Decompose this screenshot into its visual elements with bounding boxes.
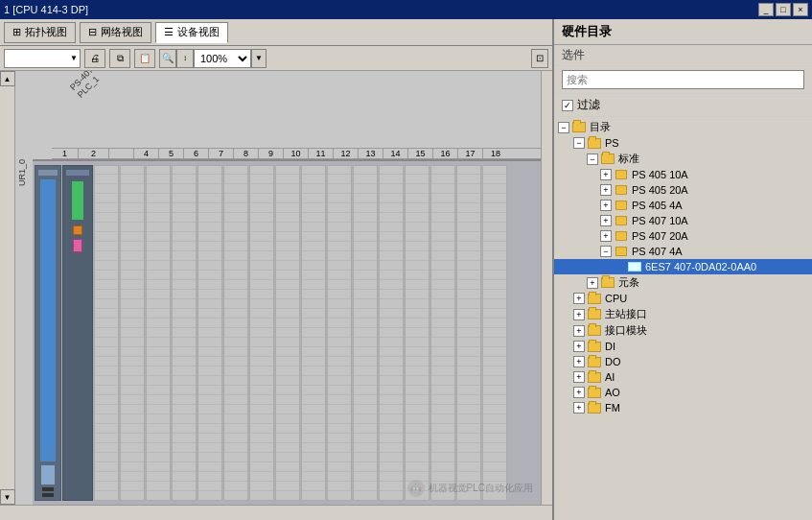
ur-label: UR1_0 (17, 159, 27, 186)
slot-16-empty[interactable] (430, 165, 455, 501)
slot-num-17: 17 (458, 149, 483, 158)
tree-item-cpu[interactable]: + CPU (554, 291, 812, 306)
interface-module-label: 接口模块 (605, 323, 647, 338)
tree-item-interface-module[interactable]: + 接口模块 (554, 322, 812, 339)
slot-8-empty[interactable] (223, 165, 248, 501)
ps407-20a-label: PS 407 20A (632, 230, 688, 242)
rack-background (33, 159, 541, 505)
catalog-toggle[interactable]: − (558, 122, 569, 133)
slot-10-empty[interactable] (275, 165, 300, 501)
minimize-button[interactable]: _ (758, 3, 774, 16)
scroll-down-btn[interactable]: ▼ (0, 489, 15, 505)
ps-connector2 (42, 493, 54, 497)
ps405-4a-toggle[interactable]: + (600, 200, 612, 211)
zoom-select[interactable]: 100% 75% 150% (194, 49, 251, 68)
tree-item-ps407-20a[interactable]: + PS 407 20A (554, 228, 812, 244)
slot-13-empty[interactable] (353, 165, 378, 501)
slot-7-empty[interactable] (197, 165, 222, 501)
tab-topology[interactable]: ⊞ 拓扑视图 (4, 22, 76, 43)
cpu-toggle[interactable]: + (573, 293, 585, 304)
tab-network[interactable]: ⊟ 网络视图 (80, 22, 151, 43)
tree-item-ai[interactable]: + AI (554, 369, 812, 385)
print-button[interactable]: 🖨 (84, 49, 105, 68)
scroll-up-btn[interactable]: ▲ (0, 71, 15, 86)
6es7-label: 6ES7 407-0DA02-0AA0 (645, 261, 756, 272)
tab-device[interactable]: ☰ 设备视图 (155, 22, 228, 43)
left-scrollbar[interactable]: ▲ ▼ (0, 71, 15, 505)
tree-item-ps405-20a[interactable]: + PS 405 20A (554, 182, 812, 198)
ai-folder-icon (587, 370, 602, 384)
ai-toggle[interactable]: + (573, 371, 585, 383)
tree-item-do[interactable]: + DO (554, 354, 812, 369)
ps407-10a-icon (614, 214, 629, 227)
maximize-button[interactable]: □ (776, 3, 791, 16)
hardware-catalog-panel: 硬件目录 选件 ✓ 过滤 − 目录 − (553, 19, 812, 520)
tree-item-ps[interactable]: − PS (554, 135, 812, 151)
ps405-4a-icon (614, 199, 629, 212)
slot-17-empty[interactable] (456, 165, 481, 501)
paste-button[interactable]: 📋 (134, 49, 155, 68)
ao-toggle[interactable]: + (573, 387, 585, 398)
ps405-20a-label: PS 405 20A (632, 184, 688, 196)
fit-button[interactable]: ⊡ (531, 49, 548, 68)
close-button[interactable]: × (793, 3, 808, 16)
tree-item-standard[interactable]: − 标准 (554, 151, 812, 167)
slot-15-empty[interactable] (405, 165, 429, 501)
tree-item-ps405-10a[interactable]: + PS 405 10A (554, 167, 812, 182)
master-interface-toggle[interactable]: + (573, 309, 585, 320)
tree-item-yuantiao[interactable]: + 元条 (554, 274, 812, 291)
tree-item-ps407-10a[interactable]: + PS 407 10A (554, 213, 812, 228)
zoom-out-button[interactable]: 🔍 (159, 49, 176, 68)
catalog-folder-icon (571, 121, 587, 134)
slot-12-empty[interactable] (327, 165, 352, 501)
tree-root-catalog[interactable]: − 目录 (554, 119, 812, 135)
search-input[interactable] (562, 70, 804, 89)
slot-3-empty[interactable] (94, 165, 119, 501)
zoom-in-button[interactable]: ↕ (176, 49, 194, 68)
slot-5-empty[interactable] (146, 165, 171, 501)
cpu-top-bar (66, 170, 88, 176)
yuantiao-toggle[interactable]: + (587, 277, 598, 289)
ps405-10a-toggle[interactable]: + (600, 169, 612, 180)
tree-item-ao[interactable]: + AO (554, 385, 812, 400)
right-scrollbar[interactable] (541, 71, 552, 505)
ps-toggle[interactable]: − (573, 137, 585, 149)
slot-11-empty[interactable] (301, 165, 326, 501)
tree-item-ps405-4a[interactable]: + PS 405 4A (554, 198, 812, 213)
interface-module-icon (587, 324, 602, 338)
standard-toggle[interactable]: − (587, 154, 598, 165)
tree-item-6es7-selected[interactable]: 6ES7 407-0DA02-0AA0 (554, 259, 812, 274)
slot-9-empty[interactable] (249, 165, 274, 501)
ps405-20a-toggle[interactable]: + (600, 184, 612, 196)
fm-toggle[interactable]: + (573, 402, 585, 414)
tree-item-di[interactable]: + DI (554, 339, 812, 354)
slot-18-empty[interactable] (482, 165, 507, 501)
ps407-4a-toggle[interactable]: − (600, 246, 612, 257)
zoom-dropdown-btn[interactable]: ▼ (251, 49, 267, 68)
master-interface-label: 主站接口 (605, 307, 647, 321)
6es7-item-icon (627, 260, 642, 273)
slot-num-13: 13 (359, 149, 383, 158)
filter-checkbox[interactable]: ✓ (562, 100, 573, 111)
device-selector[interactable]: ▼ (4, 49, 81, 68)
slot-ps-module[interactable] (35, 165, 61, 501)
copy-button[interactable]: ⧉ (109, 49, 130, 68)
ps407-20a-toggle[interactable]: + (600, 230, 612, 242)
standard-label: 标准 (618, 152, 639, 166)
filter-label: 过滤 (577, 97, 600, 113)
do-folder-icon (587, 355, 602, 368)
ps407-10a-toggle[interactable]: + (600, 215, 612, 226)
watermark-text: 机器视觉PLC自动化应用 (429, 482, 533, 495)
tree-item-fm[interactable]: + FM (554, 400, 812, 415)
slot-6-empty[interactable] (172, 165, 197, 501)
tree-item-ps407-4a[interactable]: − PS 407 4A (554, 244, 812, 259)
di-toggle[interactable]: + (573, 341, 585, 352)
do-toggle[interactable]: + (573, 356, 585, 367)
slot-14-empty[interactable] (379, 165, 404, 501)
interface-module-toggle[interactable]: + (573, 325, 585, 337)
slot-4-empty[interactable] (120, 165, 145, 501)
tree-item-master-interface[interactable]: + 主站接口 (554, 306, 812, 322)
device-selector-arrow: ▼ (68, 54, 80, 62)
slot-cpu-module[interactable] (62, 165, 93, 501)
slot-num-7: 7 (209, 149, 234, 158)
